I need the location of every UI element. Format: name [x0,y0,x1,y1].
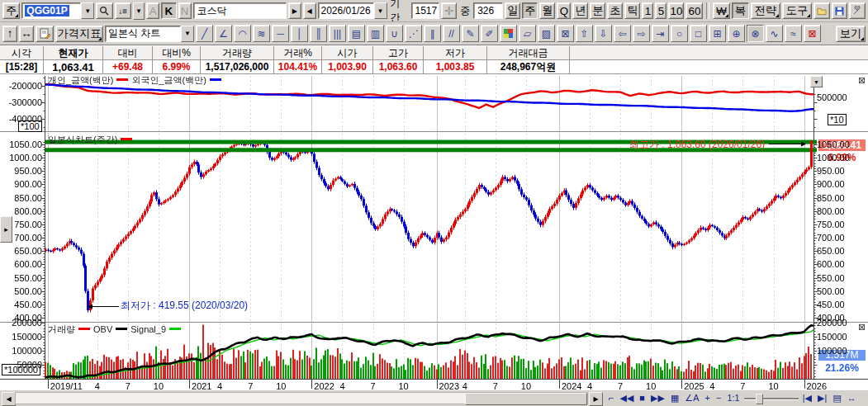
scale-fit-icon[interactable]: ⌐ [607,391,615,404]
zoom-chart-icon[interactable]: ⊕ [728,25,745,42]
parallel-lines-icon[interactable]: ∥ [424,25,441,42]
market-n-button[interactable]: N [178,2,192,19]
blue-dash-icon [210,78,221,81]
prev-symbol-icon[interactable]: ◀ [303,2,316,19]
fan-line-icon[interactable]: ◠ [234,25,251,42]
interval-1-button[interactable]: 1 [642,2,653,19]
close-pane-icon[interactable]: ⊠ [858,75,866,86]
resize-icon[interactable]: ↔ [846,391,858,404]
fast-backward-icon[interactable]: ◀◀ [618,391,635,404]
angle-line-icon[interactable]: ∠ [215,25,232,42]
fit-bars-icon[interactable]: ✛ [441,2,457,19]
chevron-down-icon[interactable]: ▼ [374,2,387,19]
horizontal-line-icon[interactable]: ─ [272,25,289,42]
pencil-icon[interactable]: ✎ [462,25,479,42]
eraser-icon[interactable]: ▱ [519,25,536,42]
edit-indicator-button[interactable] [36,26,54,42]
stock-type-button[interactable]: 주 [2,2,20,19]
interval-5-button[interactable]: 5 [655,2,666,19]
chart-type-combo[interactable]: 일본식 차트 ▼ [105,26,194,42]
interval-week-button[interactable]: 주 [522,2,538,19]
period-input[interactable]: 1517 [411,2,439,19]
scale-up-icon[interactable]: ↑ [2,26,17,42]
grid-rows-icon[interactable]: ▤ [348,25,365,42]
tools-button[interactable]: 도구 [782,2,812,19]
strategy-button[interactable]: 전략 [751,2,780,19]
scroll-left-icon[interactable]: ◀ [2,392,16,406]
save-chart-button[interactable] [832,2,847,19]
market-k-button[interactable]: K [161,2,177,19]
next-symbol-icon[interactable]: ▶ [288,2,301,19]
interval-60-button[interactable]: 60 [685,2,703,19]
chart-scrollbar[interactable] [15,392,588,404]
interval-quarter-button[interactable]: Q [557,2,571,19]
interval-tick-button[interactable]: 틱 [624,2,640,19]
price-indicator-button[interactable]: 가격지표 [55,26,103,42]
rect-icon[interactable]: □ [690,25,707,42]
symbol-name-input[interactable]: 코스닥 [193,2,287,19]
zoom-in-icon[interactable]: + [704,391,712,404]
zoom-slider[interactable] [744,392,799,404]
select-erase-icon[interactable]: ▨ [538,25,555,42]
interval-minute-button[interactable]: 분 [590,2,605,19]
interval-month-button[interactable]: 월 [539,2,555,19]
open-chart-button[interactable] [813,2,830,19]
chevron-down-icon[interactable]: ▼ [181,26,194,42]
fast-forward-icon[interactable]: ▶▶ [649,391,666,404]
delete-indicator-icon[interactable]: ⊠ [804,25,821,42]
interval-second-button[interactable]: 초 [607,2,623,19]
exit-icon[interactable]: ⇥ [652,25,669,42]
symbol-combo[interactable]: QGG01P ▼ [21,2,94,19]
triple-parallel-icon[interactable]: // [443,25,460,42]
interval-year-button[interactable]: 년 [572,2,588,19]
trendline-icon[interactable]: ╱ [196,25,213,42]
arrow-left-icon[interactable]: ⇦ [614,25,631,42]
scale-fit-icon[interactable]: ↔ [19,26,34,42]
view-button[interactable]: 보기 [836,26,866,42]
scrollbar-thumb[interactable] [465,393,587,405]
wave2-icon[interactable]: ≈ [785,25,802,42]
won-scale-button[interactable]: ₩ [713,2,730,19]
scroll-right-icon[interactable]: ▶ [589,392,603,406]
vertical-lines-icon[interactable]: ║ [310,25,327,42]
restore-button[interactable]: 복 [732,2,749,19]
period-select-icon[interactable]: ▦ [669,391,681,404]
interval-day-button[interactable]: 일 [505,2,520,19]
last-page-icon[interactable]: ▶| [816,391,828,404]
col-high: 고가 [373,46,424,60]
arrow-up-icon[interactable]: ⇧ [576,25,593,42]
memo-icon[interactable]: ▤ [831,391,842,404]
interval-10-button[interactable]: 10 [668,2,684,19]
wave-draw-icon[interactable]: ≋ [253,25,270,42]
channel-icon[interactable]: ∪ [386,25,403,42]
chevron-down-icon[interactable]: ▼ [81,2,94,19]
arrow-right-icon[interactable]: ⇨ [633,25,650,42]
date-combo[interactable]: 2026/01/26 ▼ [318,2,387,19]
zoom-ratio-button[interactable]: 1:1 [725,391,741,404]
trend-point-icon[interactable]: ⋰ [405,25,422,42]
zoom-move-icon[interactable]: ⊗ [747,25,764,42]
vertical-line-icon[interactable]: │ [291,25,308,42]
auto-trendline-icon[interactable]: ∠A [683,391,700,404]
dense-vertical-lines-icon[interactable]: ||| [329,25,346,42]
chart-canvas[interactable] [0,74,868,389]
circle-icon[interactable]: ○ [671,25,688,42]
settings-button[interactable] [849,2,866,19]
count-input[interactable]: 326 [473,2,503,19]
stop-icon[interactable]: ■ [638,391,647,404]
delete-all-icon[interactable]: ⊠ [557,25,574,42]
zoom-out-icon[interactable]: − [714,391,723,404]
zoom-area-icon[interactable]: ⊞ [709,25,726,42]
search-button[interactable] [96,2,112,19]
wave-icon[interactable]: ∿ [766,25,783,42]
slider-thumb[interactable] [756,394,763,404]
sort-drop-icon[interactable]: ▼ [133,2,145,20]
grid-cols-icon[interactable]: ▥ [367,25,384,42]
arrow-down-icon[interactable]: ⇩ [595,25,612,42]
pane-collapse-icon[interactable]: ▼ [810,76,823,87]
market-a-button[interactable]: A [146,2,159,19]
first-page-icon[interactable]: |◀ [801,391,813,404]
palette-icon[interactable] [500,25,517,42]
pen-x-icon[interactable]: ✐ [481,25,498,42]
sort-list-button[interactable]: ↓≡ [115,2,131,19]
